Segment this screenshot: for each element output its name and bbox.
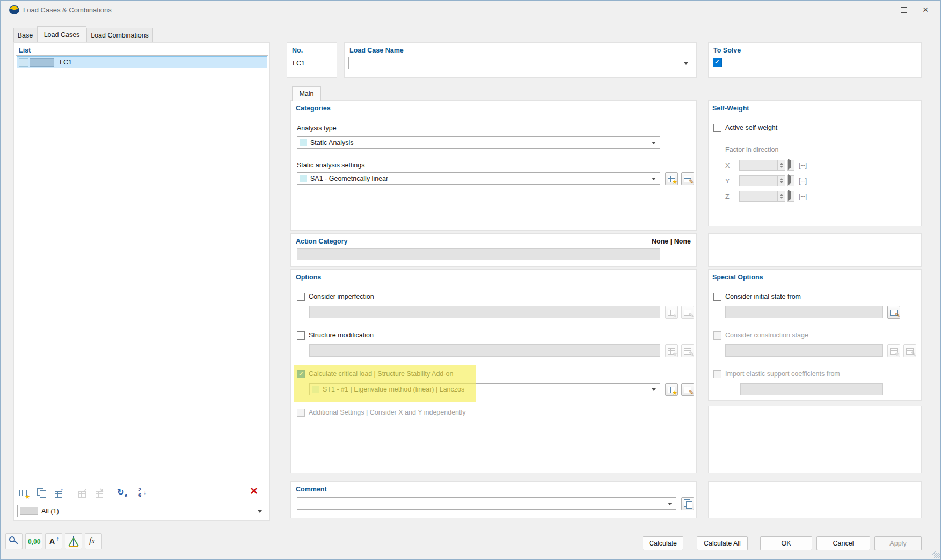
load-cases-dialog: Load Cases & Combinations Base Load Case…: [0, 0, 941, 560]
list-column-divider[interactable]: [54, 56, 54, 482]
static-settings-swatch: [300, 175, 307, 182]
calculate-button[interactable]: Calculate: [643, 536, 683, 550]
title-bar[interactable]: Load Cases & Combinations: [1, 1, 940, 20]
list-item-lc1[interactable]: LC1: [17, 56, 267, 68]
sort-digit-top: 2: [138, 488, 141, 492]
calculate-label: Calculate: [649, 540, 677, 547]
factor-z-detail-button: [787, 191, 794, 202]
rename-letter: A: [49, 537, 55, 546]
check-all-button: [76, 487, 89, 499]
factor-y-detail-button: [787, 175, 794, 186]
tab-load-combinations[interactable]: Load Combinations: [86, 28, 153, 42]
new-star-icon: [672, 179, 677, 185]
active-self-weight-label: Active self-weight: [725, 124, 777, 131]
case-color-swatch: [19, 58, 28, 67]
ok-label: OK: [781, 540, 791, 547]
new-star-icon: [894, 351, 900, 357]
comment-combo[interactable]: [297, 497, 676, 510]
consider-imperfection-checkbox[interactable]: [297, 293, 305, 301]
find-button[interactable]: [5, 533, 23, 549]
decimal-places-button[interactable]: 0,00: [25, 533, 42, 549]
edit-stability-settings-button[interactable]: [681, 383, 694, 396]
active-self-weight-checkbox[interactable]: [713, 124, 721, 132]
load-case-number-input[interactable]: [290, 57, 332, 69]
self-weight-panel: Self-Weight Active self-weight Factor in…: [708, 100, 922, 226]
factor-x-detail-button: [787, 160, 794, 171]
edit-static-settings-button[interactable]: [681, 172, 694, 185]
stability-value: ST1 - #1 | Eigenvalue method (linear) | …: [323, 386, 464, 393]
analysis-type-combo[interactable]: Static Analysis: [297, 136, 660, 149]
analysis-type-label: Analysis type: [297, 124, 337, 132]
to-solve-heading: To Solve: [713, 47, 741, 54]
edit-initial-state-button[interactable]: [887, 306, 900, 319]
sort-digit-bottom: 6: [138, 493, 141, 498]
initial-state-checkbox[interactable]: [713, 293, 721, 301]
empty-panel-2: [708, 406, 922, 473]
edit-construction-stage-button: [903, 344, 916, 357]
new-stability-settings-button[interactable]: [665, 383, 678, 396]
edit-pencil-icon: [895, 312, 900, 319]
renumber-button[interactable]: 6: [116, 487, 129, 499]
to-solve-checkbox[interactable]: [713, 58, 722, 67]
sort-button[interactable]: 2 6: [136, 487, 149, 499]
filter-value: All (1): [41, 507, 59, 515]
tab-main[interactable]: Main: [292, 86, 321, 101]
calculate-all-button[interactable]: Calculate All: [697, 536, 748, 550]
add-from-template-button[interactable]: [53, 487, 65, 499]
filter-swatch: [20, 507, 38, 515]
construction-stage-checkbox: [713, 331, 721, 340]
empty-panel-3: [708, 481, 922, 518]
action-category-panel: Action Category None | None: [290, 233, 697, 267]
axis-x-label: X: [725, 162, 730, 170]
factor-y-spinner: [739, 175, 785, 186]
resize-grip[interactable]: [932, 551, 940, 558]
load-case-list[interactable]: LC1: [16, 55, 268, 483]
edit-pencil-icon: [689, 312, 694, 319]
sheet-icon: [40, 490, 46, 498]
stability-analysis-combo[interactable]: ST1 - #1 | Eigenvalue method (linear) | …: [309, 383, 660, 395]
model-view-button[interactable]: [65, 533, 82, 549]
new-imperfection-button: [665, 306, 678, 319]
structure-modification-checkbox[interactable]: [297, 331, 305, 340]
static-settings-combo[interactable]: SA1 - Geometrically linear: [297, 172, 660, 185]
list-filter-combo[interactable]: All (1): [17, 505, 266, 517]
load-case-name-combo[interactable]: [348, 57, 692, 69]
to-solve-panel: To Solve: [708, 42, 922, 78]
tab-base[interactable]: Base: [13, 28, 37, 42]
tab-load-cases-label: Load Cases: [44, 31, 80, 39]
factor-z-spinner: [739, 191, 785, 202]
uncheck-all-button: [93, 487, 106, 499]
structure-icon: [65, 534, 82, 549]
maximize-button[interactable]: [893, 1, 915, 19]
magnifier-handle-icon: [14, 540, 18, 544]
special-options-panel: Special Options Consider initial state f…: [708, 269, 922, 401]
rename-button[interactable]: A: [45, 533, 62, 549]
case-color-bar: [30, 58, 54, 67]
chevron-down-icon: [652, 178, 656, 180]
close-button[interactable]: [915, 1, 936, 19]
import-elastic-checkbox: [713, 370, 721, 378]
delete-load-case-button[interactable]: [250, 485, 263, 498]
additional-settings-checkbox: [297, 409, 305, 417]
tab-load-cases[interactable]: Load Cases: [37, 26, 86, 42]
edit-pencil-icon: [689, 179, 694, 185]
factor-x-unit: [--]: [799, 161, 807, 169]
new-static-settings-button[interactable]: [665, 172, 678, 185]
copy-load-case-button[interactable]: [35, 487, 48, 499]
static-settings-label: Static analysis settings: [297, 161, 364, 169]
critical-load-checkbox[interactable]: [297, 370, 305, 378]
cancel-button[interactable]: Cancel: [816, 536, 870, 550]
new-star-icon: [672, 351, 677, 357]
new-star-icon: [25, 494, 30, 500]
ok-button[interactable]: OK: [760, 536, 812, 550]
action-category-heading: Action Category: [296, 238, 348, 245]
window-title: Load Cases & Combinations: [23, 6, 112, 14]
tab-base-label: Base: [18, 32, 33, 39]
copy-comment-button[interactable]: [681, 497, 694, 510]
formula-button[interactable]: fx: [85, 533, 102, 549]
action-category-status: None | None: [652, 238, 691, 245]
new-star-icon: [672, 390, 677, 396]
static-settings-value: SA1 - Geometrically linear: [310, 175, 388, 182]
new-load-case-button[interactable]: [17, 487, 30, 499]
import-elastic-label: Import elastic support coefficients from: [725, 370, 840, 378]
